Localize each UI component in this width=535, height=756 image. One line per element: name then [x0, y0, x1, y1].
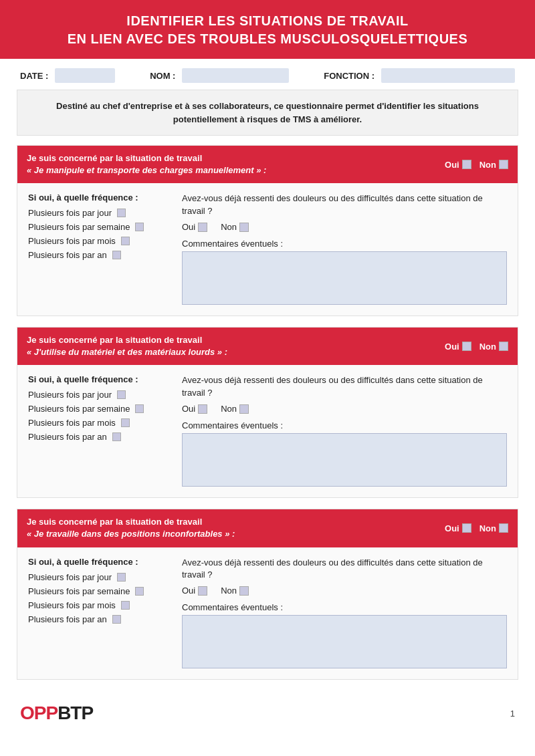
logo: OPPBTP [20, 703, 93, 724]
douleur-oui-checkbox-3[interactable] [198, 586, 207, 596]
oui-label-header-3: Oui [445, 523, 459, 533]
freq-item-3-1: Plusieurs fois par jour [28, 572, 169, 582]
freq-label-2-1: Plusieurs fois par jour [28, 390, 112, 400]
freq-title-3: Si oui, à quelle fréquence : [28, 557, 169, 567]
date-label: DATE : [20, 71, 48, 81]
freq-item-3-4: Plusieurs fois par an [28, 614, 169, 624]
commentaires-textarea-3[interactable] [182, 615, 507, 668]
freq-checkbox-3-3[interactable] [121, 601, 130, 610]
section-header-1: Je suis concerné par la situation de tra… [17, 146, 518, 183]
freq-checkbox-2-3[interactable] [121, 418, 130, 427]
commentaires-label-2: Commentaires éventuels : [182, 420, 507, 430]
douleur-oui-checkbox-2[interactable] [198, 404, 207, 414]
intro-box: Destiné au chef d'entreprise et à ses co… [17, 90, 518, 136]
douleur-oui-item-1: Oui [182, 222, 207, 232]
douleur-oui-item-3: Oui [182, 586, 207, 596]
non-checkbox-header-2[interactable] [499, 342, 508, 351]
oui-non-header-3: Oui Non [445, 523, 508, 533]
douleur-non-item-2: Non [221, 404, 249, 414]
freq-label-3-2: Plusieurs fois par semaine [28, 586, 130, 596]
oui-checkbox-header-1[interactable] [462, 160, 471, 169]
top-fields-row: DATE : NOM : FONCTION : [0, 59, 535, 90]
oui-checkbox-header-2[interactable] [462, 342, 471, 351]
section-card-1: Je suis concerné par la situation de tra… [17, 145, 518, 316]
freq-checkbox-1-1[interactable] [117, 209, 126, 217]
right-col-2: Avez-vous déjà ressenti des douleurs ou … [182, 374, 507, 487]
freq-checkbox-1-4[interactable] [112, 251, 121, 259]
nom-label: NOM : [150, 71, 175, 81]
freq-item-2-2: Plusieurs fois par semaine [28, 404, 169, 414]
douleur-non-label-2: Non [221, 404, 237, 414]
oui-item-header-1: Oui [445, 160, 471, 170]
freq-col-2: Si oui, à quelle fréquence : Plusieurs f… [28, 374, 169, 487]
page-header: IDENTIFIER LES SITUATIONS DE TRAVAIL EN … [0, 0, 535, 59]
freq-item-1-2: Plusieurs fois par semaine [28, 222, 169, 232]
freq-item-2-1: Plusieurs fois par jour [28, 390, 169, 400]
non-checkbox-header-1[interactable] [499, 160, 508, 169]
freq-label-1-2: Plusieurs fois par semaine [28, 222, 130, 232]
freq-checkbox-1-2[interactable] [135, 223, 144, 231]
freq-label-2-4: Plusieurs fois par an [28, 432, 107, 442]
douleur-oui-checkbox-1[interactable] [198, 223, 207, 232]
non-checkbox-header-3[interactable] [499, 523, 508, 533]
douleur-non-checkbox-1[interactable] [239, 223, 249, 232]
commentaires-textarea-2[interactable] [182, 433, 507, 487]
freq-checkbox-1-3[interactable] [121, 237, 130, 245]
section-card-2: Je suis concerné par la situation de tra… [17, 327, 518, 498]
non-label-header-3: Non [479, 523, 496, 533]
oui-non-inline-3: Oui Non [182, 586, 507, 596]
right-col-3: Avez-vous déjà ressenti des douleurs ou … [182, 557, 507, 669]
intro-text: Destiné au chef d'entreprise et à ses co… [56, 101, 479, 124]
freq-col-3: Si oui, à quelle fréquence : Plusieurs f… [28, 557, 169, 669]
freq-label-2-2: Plusieurs fois par semaine [28, 404, 130, 414]
freq-item-3-2: Plusieurs fois par semaine [28, 586, 169, 596]
freq-item-1-4: Plusieurs fois par an [28, 250, 169, 260]
section-title-2: Je suis concerné par la situation de tra… [27, 334, 227, 358]
section-body-3: Si oui, à quelle fréquence : Plusieurs f… [17, 547, 518, 680]
nom-input[interactable] [182, 68, 289, 83]
header-title: IDENTIFIER LES SITUATIONS DE TRAVAIL EN … [13, 12, 522, 48]
freq-label-1-4: Plusieurs fois par an [28, 250, 107, 260]
douleur-non-checkbox-3[interactable] [239, 586, 249, 596]
douleur-oui-label-2: Oui [182, 404, 195, 414]
logo-opp: OPP [20, 703, 58, 723]
freq-checkbox-2-2[interactable] [135, 404, 144, 413]
non-label-header-2: Non [479, 342, 496, 352]
freq-title-2: Si oui, à quelle fréquence : [28, 374, 169, 384]
fonction-input[interactable] [381, 68, 515, 83]
douleur-non-label-1: Non [221, 222, 237, 232]
douleur-text-1: Avez-vous déjà ressenti des douleurs ou … [182, 193, 507, 218]
freq-checkbox-3-2[interactable] [135, 587, 144, 596]
section-header-2: Je suis concerné par la situation de tra… [17, 328, 518, 365]
freq-checkbox-3-1[interactable] [117, 573, 126, 582]
freq-label-2-3: Plusieurs fois par mois [28, 418, 116, 428]
oui-non-inline-1: Oui Non [182, 222, 507, 232]
freq-item-3-3: Plusieurs fois par mois [28, 600, 169, 610]
freq-label-1-1: Plusieurs fois par jour [28, 208, 112, 218]
oui-checkbox-header-3[interactable] [462, 523, 471, 533]
commentaires-label-1: Commentaires éventuels : [182, 239, 507, 249]
freq-item-1-3: Plusieurs fois par mois [28, 236, 169, 246]
oui-label-header-2: Oui [445, 342, 459, 352]
date-input[interactable] [55, 68, 115, 83]
page-number: 1 [510, 709, 515, 719]
freq-item-1-1: Plusieurs fois par jour [28, 208, 169, 218]
oui-item-header-2: Oui [445, 342, 471, 352]
freq-checkbox-3-4[interactable] [112, 615, 121, 624]
oui-non-header-2: Oui Non [445, 342, 508, 352]
oui-non-header-1: Oui Non [445, 160, 508, 170]
douleur-text-3: Avez-vous déjà ressenti des douleurs ou … [182, 557, 507, 582]
freq-label-3-3: Plusieurs fois par mois [28, 600, 116, 610]
freq-item-2-3: Plusieurs fois par mois [28, 418, 169, 428]
freq-checkbox-2-4[interactable] [112, 432, 121, 441]
freq-label-1-3: Plusieurs fois par mois [28, 236, 116, 246]
oui-label-header-1: Oui [445, 160, 459, 170]
douleur-non-checkbox-2[interactable] [239, 404, 249, 414]
logo-btp: BTP [58, 703, 93, 723]
fonction-label: FONCTION : [324, 71, 374, 81]
header-line1: IDENTIFIER LES SITUATIONS DE TRAVAIL [126, 13, 408, 28]
oui-item-header-3: Oui [445, 523, 471, 533]
footer: OPPBTP 1 [0, 690, 535, 731]
freq-checkbox-2-1[interactable] [117, 390, 126, 399]
commentaires-textarea-1[interactable] [182, 251, 507, 305]
